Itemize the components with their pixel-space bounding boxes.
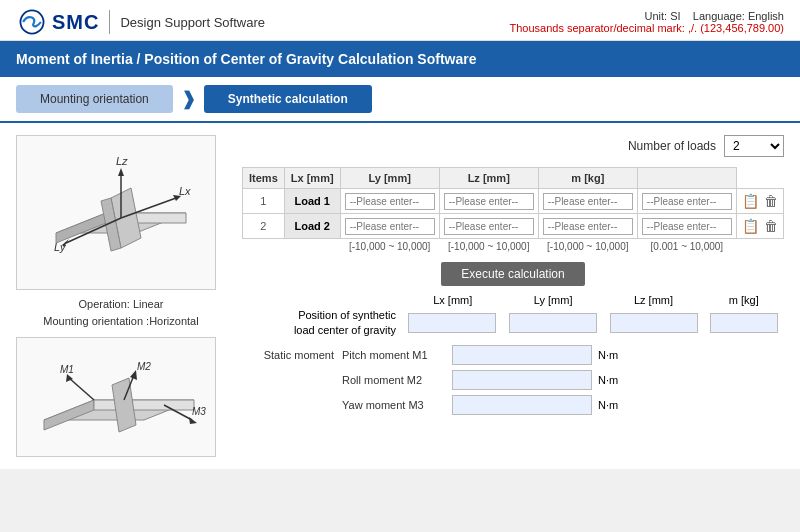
app-header: SMC Design Support Software Unit: SI Lan…	[0, 0, 800, 41]
results-section: Lx [mm] Ly [mm] Lz [mm] m [kg] Position …	[242, 294, 784, 415]
execute-row: Execute calculation	[242, 262, 784, 286]
svg-text:M3: M3	[192, 406, 206, 417]
unit-label: Unit: SI	[645, 10, 681, 22]
unit-language-info: Unit: SI Language: English	[509, 10, 784, 22]
pitch-row: Static moment Pitch moment M1 N·m	[242, 345, 784, 365]
table-row: 2 Load 2 📋 🗑	[243, 214, 784, 239]
gravity-row: Position of syntheticload center of grav…	[242, 308, 784, 339]
row1-lx-cell	[340, 189, 439, 214]
nav-row: Mounting orientation ❱ Synthetic calcula…	[0, 77, 800, 123]
execute-calculation-button[interactable]: Execute calculation	[441, 262, 584, 286]
gravity-ly-input[interactable]	[509, 313, 597, 333]
row2-delete-button[interactable]: 🗑	[763, 217, 779, 235]
range-lx: [-10,000 ~ 10,000]	[340, 239, 439, 255]
row1-lz-input[interactable]	[543, 193, 633, 210]
svg-marker-7	[118, 168, 124, 176]
axis-diagram: Lz Lx Ly	[16, 135, 216, 290]
svg-text:Ly: Ly	[54, 241, 67, 253]
moments-diagram: M1 M2 M3	[16, 337, 216, 457]
results-col-ly: Ly [mm]	[503, 294, 603, 306]
range-m: [0.001 ~ 10,000]	[637, 239, 736, 255]
gravity-lx-cell	[402, 308, 503, 339]
operation-line1: Operation: Linear	[16, 296, 226, 313]
main-content: Lz Lx Ly Operation: Linear Mounting orie…	[0, 123, 800, 469]
range-row: [-10,000 ~ 10,000] [-10,000 ~ 10,000] [-…	[243, 239, 784, 255]
row2-lz-cell	[538, 214, 637, 239]
header-right-info: Unit: SI Language: English Thousands sep…	[509, 10, 784, 34]
row1-index: 1	[243, 189, 285, 214]
table-row: 1 Load 1 📋 🗑	[243, 189, 784, 214]
thousands-info: Thousands separator/decimal mark: ,/. (1…	[509, 22, 784, 34]
moments-diagram-svg: M1 M2 M3	[24, 340, 209, 455]
row1-m-cell	[637, 189, 736, 214]
row1-actions: 📋 🗑	[736, 189, 783, 214]
svg-text:M1: M1	[60, 364, 74, 375]
smc-brand-text: SMC	[52, 11, 99, 34]
row2-lx-cell	[340, 214, 439, 239]
roll-sub-label: Roll moment M2	[342, 374, 452, 386]
pitch-unit: N·m	[592, 349, 618, 361]
row1-name: Load 1	[284, 189, 340, 214]
pitch-sub-label: Pitch moment M1	[342, 349, 452, 361]
row2-name: Load 2	[284, 214, 340, 239]
row1-lx-input[interactable]	[345, 193, 435, 210]
results-col-m: m [kg]	[704, 294, 784, 306]
results-col-lx: Lx [mm]	[403, 294, 503, 306]
svg-line-19	[69, 378, 94, 400]
header-left: SMC Design Support Software	[16, 8, 265, 36]
num-loads-label: Number of loads	[628, 139, 716, 153]
smc-logo-icon	[16, 8, 48, 36]
gravity-lx-input[interactable]	[408, 313, 496, 333]
language-label: Language: English	[693, 10, 784, 22]
row2-m-cell	[637, 214, 736, 239]
row1-copy-button[interactable]: 📋	[741, 192, 760, 210]
row1-lz-cell	[538, 189, 637, 214]
row2-ly-input[interactable]	[444, 218, 534, 235]
row1-m-input[interactable]	[642, 193, 732, 210]
app-title-text: Design Support Software	[120, 15, 265, 30]
range-actions-spacer	[736, 239, 783, 255]
pitch-input[interactable]	[452, 345, 592, 365]
gravity-ly-cell	[503, 308, 604, 339]
gravity-lz-input[interactable]	[610, 313, 698, 333]
yaw-row: Yaw moment M3 N·m	[242, 395, 784, 415]
col-header-m: m [kg]	[538, 168, 637, 189]
mounting-orientation-button[interactable]: Mounting orientation	[16, 85, 173, 113]
header-separator	[109, 10, 110, 34]
svg-text:Lz: Lz	[116, 155, 128, 167]
row2-lx-input[interactable]	[345, 218, 435, 235]
range-spacer	[243, 239, 341, 255]
gravity-lz-cell	[604, 308, 705, 339]
yaw-unit: N·m	[592, 399, 618, 411]
gravity-m-cell	[705, 308, 784, 339]
row2-lz-input[interactable]	[543, 218, 633, 235]
row2-index: 2	[243, 214, 285, 239]
roll-input[interactable]	[452, 370, 592, 390]
num-loads-row: Number of loads 2 1 3 4 5	[242, 135, 784, 157]
yaw-sub-label: Yaw moment M3	[342, 399, 452, 411]
svg-marker-17	[94, 400, 194, 410]
row2-m-input[interactable]	[642, 218, 732, 235]
smc-logo: SMC	[16, 8, 99, 36]
row1-delete-button[interactable]: 🗑	[763, 192, 779, 210]
roll-unit: N·m	[592, 374, 618, 386]
row2-actions: 📋 🗑	[736, 214, 783, 239]
static-moment-main-label: Static moment	[242, 349, 342, 361]
row1-ly-input[interactable]	[444, 193, 534, 210]
col-header-items: Items	[243, 168, 285, 189]
row1-ly-cell	[439, 189, 538, 214]
gravity-label: Position of syntheticload center of grav…	[242, 308, 402, 339]
row2-copy-button[interactable]: 📋	[741, 217, 760, 235]
static-section: Static moment Pitch moment M1 N·m Roll m…	[242, 345, 784, 415]
col-header-lz: Lz [mm]	[439, 168, 538, 189]
svg-marker-18	[112, 378, 136, 432]
operation-info: Operation: Linear Mounting orientation :…	[16, 296, 226, 329]
svg-text:Lx: Lx	[179, 185, 191, 197]
row2-ly-cell	[439, 214, 538, 239]
yaw-input[interactable]	[452, 395, 592, 415]
synthetic-calculation-button[interactable]: Synthetic calculation	[204, 85, 372, 113]
gravity-m-input[interactable]	[710, 313, 778, 333]
roll-row: Roll moment M2 N·m	[242, 370, 784, 390]
page-title-bar: Moment of Inertia / Position of Center o…	[0, 41, 800, 77]
num-loads-select[interactable]: 2 1 3 4 5	[724, 135, 784, 157]
